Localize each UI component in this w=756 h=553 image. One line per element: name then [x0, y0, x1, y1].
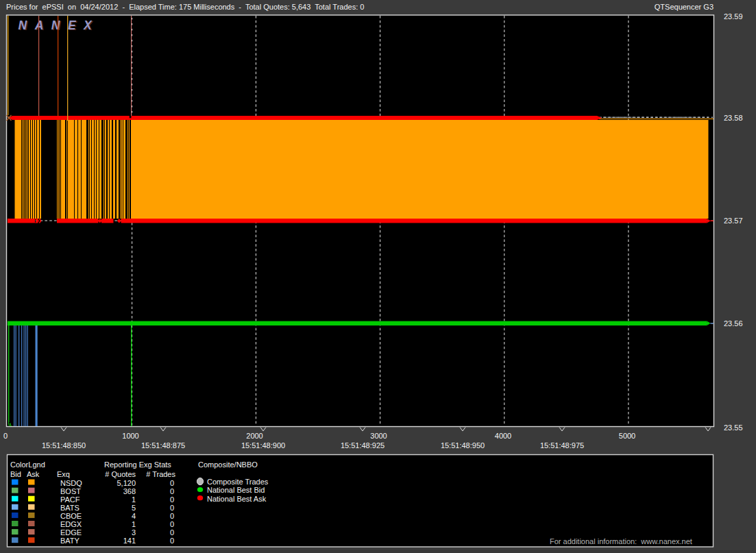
- svg-text:NANEX: NANEX: [19, 19, 100, 32]
